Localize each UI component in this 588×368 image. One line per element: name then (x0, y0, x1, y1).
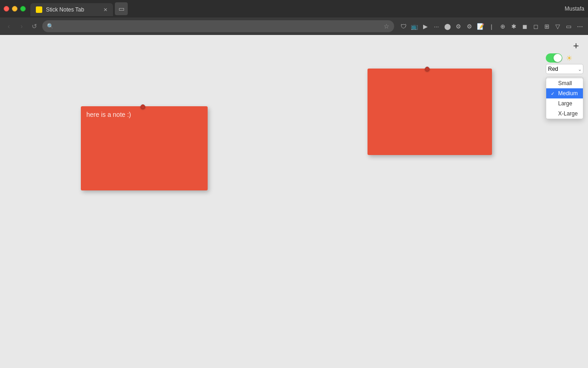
sticky-note-2[interactable] (368, 69, 492, 155)
search-input[interactable] (57, 23, 381, 30)
sticky-note-1[interactable]: here is a note :) (81, 106, 208, 190)
media-icon[interactable]: 📺 (410, 22, 419, 31)
gear-icon[interactable]: ⚙ (454, 22, 463, 31)
note-pin-1 (141, 104, 145, 109)
minimize-button[interactable] (12, 6, 17, 12)
more-icon[interactable]: ··· (432, 22, 441, 31)
main-content: + here is a note :) ☀ Red White ⌄ (0, 35, 588, 368)
titlebar: Stick Notes Tab ✕ ▭ Mustafa (0, 0, 588, 17)
size-dropdown-popup: Small ✓ Medium Large X-Large (546, 78, 583, 119)
search-bar[interactable]: 🔍 ☆ (42, 20, 394, 32)
tab-favicon (36, 6, 42, 13)
ext1-icon[interactable]: ⚙ (465, 22, 474, 31)
size-label-medium: Medium (558, 90, 578, 97)
toolbar-icons: 🛡 📺 ▶ ··· ⬤ ⚙ ⚙ 📝 | ⊕ ✱ ◼ ◻ ⊞ ▽ ▭ ⋯ (399, 22, 584, 31)
ext5-icon[interactable]: ⊞ (542, 22, 551, 31)
ext2-icon[interactable]: ⊕ (498, 22, 507, 31)
note-icon[interactable]: 📝 (476, 22, 485, 31)
toggle-row: ☀ (546, 53, 583, 63)
active-tab[interactable]: Stick Notes Tab ✕ (30, 3, 113, 16)
forward-icon: › (21, 23, 23, 30)
search-icon: 🔍 (47, 23, 54, 29)
note-text-1[interactable]: here is a note :) (81, 106, 208, 123)
reload-icon: ↺ (32, 23, 37, 30)
bookmark-icon[interactable]: ☆ (384, 23, 390, 30)
circle-icon[interactable]: ⬤ (443, 22, 452, 31)
ext3-icon[interactable]: ◼ (520, 22, 529, 31)
user-label: Mustafa (565, 6, 584, 12)
ext7-icon[interactable]: ▭ (564, 22, 573, 31)
traffic-lights (4, 6, 26, 12)
toggle-knob (554, 54, 562, 62)
ext8-icon[interactable]: ⋯ (575, 22, 584, 31)
size-label-small: Small (558, 80, 572, 86)
tab-bar: Stick Notes Tab ✕ ▭ (30, 0, 565, 17)
add-icon: + (573, 40, 579, 52)
note-pin-2 (425, 67, 430, 71)
add-note-button[interactable]: + (570, 40, 582, 52)
note-text-2[interactable] (368, 69, 492, 78)
new-tab-button[interactable]: ▭ (115, 2, 128, 15)
size-label-large: Large (558, 100, 572, 107)
size-option-medium[interactable]: ✓ Medium (546, 88, 583, 98)
size-label-xlarge: X-Large (558, 110, 578, 117)
size-option-large[interactable]: Large (546, 98, 583, 109)
ext6-icon[interactable]: ▽ (553, 22, 562, 31)
check-medium: ✓ (551, 91, 556, 96)
bt-icon[interactable]: ✱ (509, 22, 518, 31)
tab-close-icon[interactable]: ✕ (103, 7, 107, 13)
forward-button[interactable]: › (17, 21, 27, 31)
toggle-switch[interactable] (546, 53, 562, 63)
color-dropdown-wrapper: Red White ⌄ (546, 64, 583, 74)
tab-label: Stick Notes Tab (46, 6, 84, 13)
shield-icon[interactable]: 🛡 (399, 22, 408, 31)
maximize-button[interactable] (20, 6, 26, 12)
back-icon: ‹ (8, 23, 10, 30)
reload-button[interactable]: ↺ (29, 21, 40, 31)
sun-icon: ☀ (566, 54, 572, 63)
close-button[interactable] (4, 6, 9, 12)
size-option-small[interactable]: Small (546, 78, 583, 88)
addressbar: ‹ › ↺ 🔍 ☆ 🛡 📺 ▶ ··· ⬤ ⚙ ⚙ 📝 | ⊕ ✱ ◼ ◻ ⊞ … (0, 17, 588, 35)
ext4-icon[interactable]: ◻ (531, 22, 540, 31)
sep-icon: | (487, 22, 496, 31)
size-option-xlarge[interactable]: X-Large (546, 109, 583, 119)
back-button[interactable]: ‹ (4, 21, 14, 31)
yt-icon[interactable]: ▶ (421, 22, 430, 31)
color-dropdown[interactable]: Red White (546, 64, 583, 74)
